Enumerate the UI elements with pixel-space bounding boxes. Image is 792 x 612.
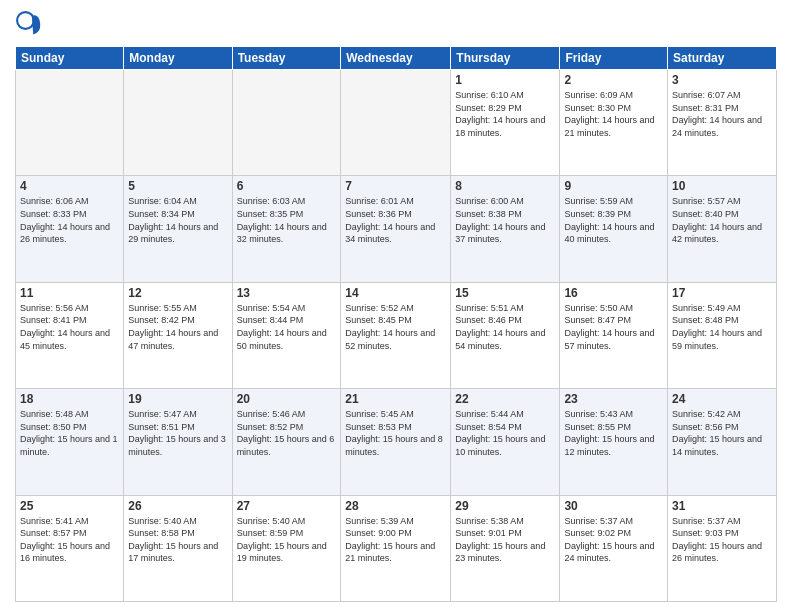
day-info: Sunrise: 5:48 AMSunset: 8:50 PMDaylight:… [20,408,119,458]
day-number: 4 [20,179,119,193]
calendar-cell: 22Sunrise: 5:44 AMSunset: 8:54 PMDayligh… [451,389,560,495]
day-number: 31 [672,499,772,513]
day-info: Sunrise: 5:50 AMSunset: 8:47 PMDaylight:… [564,302,663,352]
calendar-cell [232,70,341,176]
day-number: 7 [345,179,446,193]
calendar-cell: 7Sunrise: 6:01 AMSunset: 8:36 PMDaylight… [341,176,451,282]
calendar-cell [341,70,451,176]
day-info: Sunrise: 5:37 AMSunset: 9:03 PMDaylight:… [672,515,772,565]
day-info: Sunrise: 6:07 AMSunset: 8:31 PMDaylight:… [672,89,772,139]
day-number: 17 [672,286,772,300]
day-number: 15 [455,286,555,300]
calendar-cell: 19Sunrise: 5:47 AMSunset: 8:51 PMDayligh… [124,389,232,495]
calendar-cell: 16Sunrise: 5:50 AMSunset: 8:47 PMDayligh… [560,282,668,388]
day-number: 25 [20,499,119,513]
header-wednesday: Wednesday [341,47,451,70]
day-number: 9 [564,179,663,193]
svg-point-0 [17,12,34,29]
day-number: 6 [237,179,337,193]
day-info: Sunrise: 5:38 AMSunset: 9:01 PMDaylight:… [455,515,555,565]
calendar-cell: 4Sunrise: 6:06 AMSunset: 8:33 PMDaylight… [16,176,124,282]
day-info: Sunrise: 6:10 AMSunset: 8:29 PMDaylight:… [455,89,555,139]
calendar-cell: 18Sunrise: 5:48 AMSunset: 8:50 PMDayligh… [16,389,124,495]
day-info: Sunrise: 5:39 AMSunset: 9:00 PMDaylight:… [345,515,446,565]
calendar-cell: 20Sunrise: 5:46 AMSunset: 8:52 PMDayligh… [232,389,341,495]
day-info: Sunrise: 6:00 AMSunset: 8:38 PMDaylight:… [455,195,555,245]
day-number: 23 [564,392,663,406]
header-thursday: Thursday [451,47,560,70]
calendar-header-row: SundayMondayTuesdayWednesdayThursdayFrid… [16,47,777,70]
calendar-cell: 8Sunrise: 6:00 AMSunset: 8:38 PMDaylight… [451,176,560,282]
day-info: Sunrise: 6:09 AMSunset: 8:30 PMDaylight:… [564,89,663,139]
day-info: Sunrise: 6:06 AMSunset: 8:33 PMDaylight:… [20,195,119,245]
day-info: Sunrise: 5:49 AMSunset: 8:48 PMDaylight:… [672,302,772,352]
day-info: Sunrise: 6:03 AMSunset: 8:35 PMDaylight:… [237,195,337,245]
calendar-cell: 25Sunrise: 5:41 AMSunset: 8:57 PMDayligh… [16,495,124,601]
day-number: 26 [128,499,227,513]
day-info: Sunrise: 6:04 AMSunset: 8:34 PMDaylight:… [128,195,227,245]
day-info: Sunrise: 5:57 AMSunset: 8:40 PMDaylight:… [672,195,772,245]
day-number: 30 [564,499,663,513]
day-number: 12 [128,286,227,300]
day-number: 14 [345,286,446,300]
calendar-cell: 24Sunrise: 5:42 AMSunset: 8:56 PMDayligh… [668,389,777,495]
header-friday: Friday [560,47,668,70]
calendar-cell: 27Sunrise: 5:40 AMSunset: 8:59 PMDayligh… [232,495,341,601]
calendar-cell: 11Sunrise: 5:56 AMSunset: 8:41 PMDayligh… [16,282,124,388]
calendar-cell: 12Sunrise: 5:55 AMSunset: 8:42 PMDayligh… [124,282,232,388]
day-info: Sunrise: 5:41 AMSunset: 8:57 PMDaylight:… [20,515,119,565]
calendar-cell: 31Sunrise: 5:37 AMSunset: 9:03 PMDayligh… [668,495,777,601]
calendar-cell: 6Sunrise: 6:03 AMSunset: 8:35 PMDaylight… [232,176,341,282]
calendar-cell: 10Sunrise: 5:57 AMSunset: 8:40 PMDayligh… [668,176,777,282]
header-sunday: Sunday [16,47,124,70]
logo [15,10,45,38]
day-info: Sunrise: 5:37 AMSunset: 9:02 PMDaylight:… [564,515,663,565]
day-info: Sunrise: 5:40 AMSunset: 8:59 PMDaylight:… [237,515,337,565]
day-number: 3 [672,73,772,87]
day-info: Sunrise: 5:59 AMSunset: 8:39 PMDaylight:… [564,195,663,245]
calendar-cell: 28Sunrise: 5:39 AMSunset: 9:00 PMDayligh… [341,495,451,601]
logo-icon [15,10,43,38]
calendar-cell: 14Sunrise: 5:52 AMSunset: 8:45 PMDayligh… [341,282,451,388]
calendar-week-2: 4Sunrise: 6:06 AMSunset: 8:33 PMDaylight… [16,176,777,282]
day-number: 27 [237,499,337,513]
calendar-cell: 17Sunrise: 5:49 AMSunset: 8:48 PMDayligh… [668,282,777,388]
header-monday: Monday [124,47,232,70]
calendar-table: SundayMondayTuesdayWednesdayThursdayFrid… [15,46,777,602]
calendar-cell: 13Sunrise: 5:54 AMSunset: 8:44 PMDayligh… [232,282,341,388]
day-info: Sunrise: 5:44 AMSunset: 8:54 PMDaylight:… [455,408,555,458]
day-info: Sunrise: 5:55 AMSunset: 8:42 PMDaylight:… [128,302,227,352]
day-number: 10 [672,179,772,193]
day-info: Sunrise: 5:47 AMSunset: 8:51 PMDaylight:… [128,408,227,458]
day-number: 19 [128,392,227,406]
day-number: 18 [20,392,119,406]
calendar-cell [124,70,232,176]
calendar-cell: 15Sunrise: 5:51 AMSunset: 8:46 PMDayligh… [451,282,560,388]
calendar-cell [16,70,124,176]
day-number: 16 [564,286,663,300]
day-info: Sunrise: 5:43 AMSunset: 8:55 PMDaylight:… [564,408,663,458]
calendar-cell: 5Sunrise: 6:04 AMSunset: 8:34 PMDaylight… [124,176,232,282]
day-number: 2 [564,73,663,87]
page-container: SundayMondayTuesdayWednesdayThursdayFrid… [0,0,792,612]
calendar-cell: 23Sunrise: 5:43 AMSunset: 8:55 PMDayligh… [560,389,668,495]
header-saturday: Saturday [668,47,777,70]
calendar-cell: 3Sunrise: 6:07 AMSunset: 8:31 PMDaylight… [668,70,777,176]
day-number: 21 [345,392,446,406]
calendar-cell: 29Sunrise: 5:38 AMSunset: 9:01 PMDayligh… [451,495,560,601]
calendar-cell: 26Sunrise: 5:40 AMSunset: 8:58 PMDayligh… [124,495,232,601]
calendar-cell: 30Sunrise: 5:37 AMSunset: 9:02 PMDayligh… [560,495,668,601]
calendar-week-1: 1Sunrise: 6:10 AMSunset: 8:29 PMDaylight… [16,70,777,176]
day-info: Sunrise: 5:46 AMSunset: 8:52 PMDaylight:… [237,408,337,458]
day-number: 29 [455,499,555,513]
day-info: Sunrise: 5:40 AMSunset: 8:58 PMDaylight:… [128,515,227,565]
day-number: 24 [672,392,772,406]
calendar-cell: 1Sunrise: 6:10 AMSunset: 8:29 PMDaylight… [451,70,560,176]
day-info: Sunrise: 5:45 AMSunset: 8:53 PMDaylight:… [345,408,446,458]
calendar-cell: 9Sunrise: 5:59 AMSunset: 8:39 PMDaylight… [560,176,668,282]
header [15,10,777,38]
day-number: 28 [345,499,446,513]
calendar-week-4: 18Sunrise: 5:48 AMSunset: 8:50 PMDayligh… [16,389,777,495]
day-info: Sunrise: 5:54 AMSunset: 8:44 PMDaylight:… [237,302,337,352]
day-info: Sunrise: 5:56 AMSunset: 8:41 PMDaylight:… [20,302,119,352]
